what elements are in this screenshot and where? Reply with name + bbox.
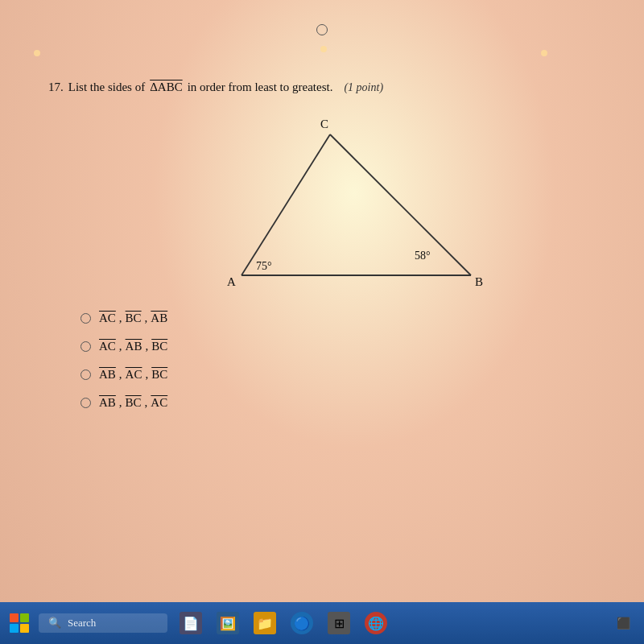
question-header: 17. List the sides of ΔABC in order from… [48, 80, 612, 94]
choice-4-part-3: AC [151, 396, 167, 410]
question-text-after: in order from least to greatest. [188, 80, 333, 94]
vertex-c-label: C [320, 118, 328, 130]
svg-line-1 [330, 134, 471, 275]
app-icon-3: 📁 [254, 612, 276, 634]
angle-a-label: 75° [256, 260, 272, 272]
choice-2-part-1: AC [99, 340, 116, 353]
taskbar-hide-button[interactable]: ⬛ [609, 609, 638, 638]
choice-3-part-2: AC [126, 368, 142, 382]
dot-decoration-2 [320, 46, 327, 52]
choice-3[interactable]: AB , AC , BC [80, 368, 612, 382]
app-icon-1: 📄 [180, 612, 202, 634]
radio-4[interactable] [80, 398, 91, 408]
windows-icon-bl [10, 624, 19, 633]
search-icon: 🔍 [48, 617, 61, 630]
app-icon-2: 🖼️ [217, 612, 239, 634]
choice-2-part-3: BC [151, 340, 167, 353]
taskbar-apps: 📄 🖼️ 📁 🔵 ⊞ 🌐 [174, 606, 393, 640]
radio-2[interactable] [80, 341, 91, 352]
radio-1[interactable] [80, 313, 91, 324]
point-label: (1 point) [344, 81, 383, 94]
app-icon-6: 🌐 [365, 612, 387, 634]
taskbar: 🔍 Search 📄 🖼️ 📁 🔵 ⊞ 🌐 ⬛ [0, 602, 644, 644]
taskbar-right: ⬛ [609, 609, 644, 638]
taskbar-app-3[interactable]: 📁 [248, 606, 282, 640]
choice-2-part-2: AB [126, 340, 142, 353]
taskbar-app-1[interactable]: 📄 [174, 606, 208, 640]
start-button[interactable] [0, 602, 39, 644]
choice-3-part-1: AB [99, 368, 116, 382]
top-circle-decoration [316, 24, 328, 35]
choice-3-part-3: BC [151, 368, 167, 382]
app-icon-5: ⊞ [328, 612, 350, 634]
app-icon-4: 🔵 [291, 612, 313, 634]
vertex-b-label: B [475, 275, 483, 288]
question-area: 17. List the sides of ΔABC in order from… [48, 80, 612, 410]
triangle-diagram: C A B 75° 58° [48, 110, 612, 295]
svg-line-0 [242, 134, 330, 275]
choice-2-text: AC , AB , BC [99, 340, 167, 353]
radio-3[interactable] [80, 369, 91, 380]
choice-1-part-3: AB [151, 312, 167, 325]
choice-4-part-1: AB [99, 396, 116, 410]
search-label: Search [68, 617, 96, 630]
taskbar-app-5[interactable]: ⊞ [322, 606, 356, 640]
taskbar-app-6[interactable]: 🌐 [359, 606, 393, 640]
choice-1-text: AC , BC , AB [99, 312, 167, 325]
choice-1[interactable]: AC , BC , AB [80, 312, 612, 325]
content-area: 17. List the sides of ΔABC in order from… [0, 0, 644, 588]
windows-logo [10, 613, 29, 633]
windows-icon-br [20, 624, 29, 633]
triangle-svg: C A B 75° 58° [137, 110, 523, 295]
angle-b-label: 58° [415, 250, 431, 262]
choice-4[interactable]: AB , BC , AC [80, 396, 612, 410]
vertex-a-label: A [227, 275, 236, 288]
choice-2[interactable]: AC , AB , BC [80, 340, 612, 353]
answer-choices: AC , BC , AB AC , AB , BC [80, 312, 612, 410]
choice-1-part-2: BC [126, 312, 142, 325]
dot-decoration-3 [541, 50, 547, 56]
taskbar-app-2[interactable]: 🖼️ [211, 606, 245, 640]
taskbar-app-4[interactable]: 🔵 [285, 606, 319, 640]
question-number: 17. [48, 80, 64, 94]
windows-icon-tr [20, 613, 29, 622]
search-bar[interactable]: 🔍 Search [39, 613, 167, 633]
dot-decoration-1 [34, 50, 40, 56]
triangle-name: ΔABC [150, 80, 183, 94]
windows-icon-tl [10, 613, 19, 622]
choice-4-text: AB , BC , AC [99, 396, 167, 410]
choice-1-part-1: AC [99, 312, 116, 325]
choice-3-text: AB , AC , BC [99, 368, 167, 382]
question-text-before: List the sides of [68, 80, 145, 94]
choice-4-part-2: BC [126, 396, 142, 410]
